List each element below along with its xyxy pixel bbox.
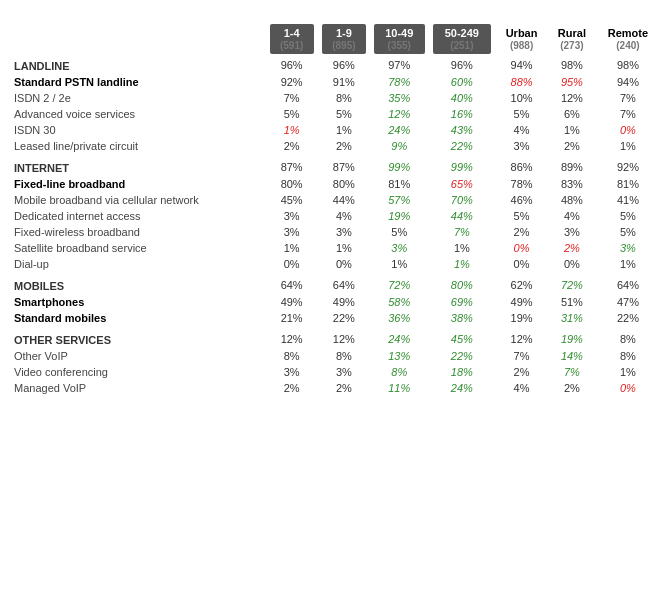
cell-value: 1%: [429, 240, 496, 256]
cell-value: 12%: [495, 330, 548, 348]
table-row: Mobile broadband via cellular network45%…: [10, 192, 660, 208]
cell-value: 7%: [429, 224, 496, 240]
cell-value: 57%: [370, 192, 429, 208]
cell-value: 1%: [429, 256, 496, 272]
cell-value: 99%: [370, 158, 429, 176]
cell-value: 3%: [266, 208, 318, 224]
cell-value: 1%: [596, 138, 660, 154]
row-label: LANDLINE: [10, 56, 266, 74]
cell-value: 40%: [429, 90, 496, 106]
table-row: Standard mobiles21%22%36%38%19%31%22%: [10, 310, 660, 326]
cell-value: 8%: [370, 364, 429, 380]
cell-value: 7%: [266, 90, 318, 106]
cell-value: 4%: [318, 208, 370, 224]
cell-value: 0%: [596, 380, 660, 396]
cell-value: 5%: [596, 208, 660, 224]
col-header-dark-e1_9: 1-9(895): [322, 24, 366, 54]
table-row: Dial-up0%0%1%1%0%0%1%: [10, 256, 660, 272]
cell-value: 19%: [548, 330, 596, 348]
row-label: ISDN 2 / 2e: [10, 90, 266, 106]
cell-value: 3%: [266, 364, 318, 380]
table-row: ISDN 301%1%24%43%4%1%0%: [10, 122, 660, 138]
row-label: Standard mobiles: [10, 310, 266, 326]
cell-value: 5%: [370, 224, 429, 240]
table-row: Advanced voice services5%5%12%16%5%6%7%: [10, 106, 660, 122]
col-header-dark-e10_49: 10-49(355): [374, 24, 425, 54]
cell-value: 96%: [429, 56, 496, 74]
cell-value: 12%: [370, 106, 429, 122]
cell-value: 22%: [318, 310, 370, 326]
cell-value: 3%: [318, 364, 370, 380]
cell-value: 65%: [429, 176, 496, 192]
row-label: OTHER SERVICES: [10, 330, 266, 348]
row-label: INTERNET: [10, 158, 266, 176]
cell-value: 2%: [495, 224, 548, 240]
cell-value: 0%: [495, 240, 548, 256]
cell-value: 8%: [318, 90, 370, 106]
cell-value: 81%: [596, 176, 660, 192]
row-label: ISDN 30: [10, 122, 266, 138]
cell-value: 12%: [548, 90, 596, 106]
cell-value: 0%: [548, 256, 596, 272]
cell-value: 98%: [596, 56, 660, 74]
cell-value: 5%: [266, 106, 318, 122]
row-label: Leased line/private circuit: [10, 138, 266, 154]
cell-value: 46%: [495, 192, 548, 208]
cell-value: 64%: [318, 276, 370, 294]
cell-value: 12%: [318, 330, 370, 348]
cell-value: 91%: [318, 74, 370, 90]
cell-value: 3%: [370, 240, 429, 256]
row-label: Advanced voice services: [10, 106, 266, 122]
cell-value: 98%: [548, 56, 596, 74]
cell-value: 3%: [495, 138, 548, 154]
table-row: Video conferencing3%3%8%18%2%7%1%: [10, 364, 660, 380]
col-header-category: [10, 22, 266, 56]
cell-value: 60%: [429, 74, 496, 90]
cell-value: 47%: [596, 294, 660, 310]
cell-value: 64%: [266, 276, 318, 294]
col-header-label: Remote: [608, 27, 648, 39]
cell-value: 3%: [318, 224, 370, 240]
col-header-remote: Remote(240): [596, 22, 660, 56]
row-label: Dedicated internet access: [10, 208, 266, 224]
cell-value: 5%: [596, 224, 660, 240]
cell-value: 95%: [548, 74, 596, 90]
cell-value: 87%: [318, 158, 370, 176]
table-row: Leased line/private circuit2%2%9%22%3%2%…: [10, 138, 660, 154]
cell-value: 7%: [596, 106, 660, 122]
cell-value: 5%: [495, 106, 548, 122]
cell-value: 24%: [370, 330, 429, 348]
cell-value: 4%: [548, 208, 596, 224]
cell-value: 2%: [548, 240, 596, 256]
cell-value: 3%: [548, 224, 596, 240]
col-header-e50_249: 50-249(251): [429, 22, 496, 56]
cell-value: 22%: [429, 348, 496, 364]
column-header-row: 1-4(591)1-9(895)10-49(355)50-249(251)Urb…: [10, 22, 660, 56]
cell-value: 96%: [266, 56, 318, 74]
cell-value: 72%: [370, 276, 429, 294]
cell-value: 9%: [370, 138, 429, 154]
cell-value: 12%: [266, 330, 318, 348]
table-row: LANDLINE96%96%97%96%94%98%98%: [10, 56, 660, 74]
cell-value: 2%: [266, 138, 318, 154]
col-header-sub: (273): [560, 40, 583, 51]
cell-value: 1%: [596, 256, 660, 272]
row-label: Fixed-wireless broadband: [10, 224, 266, 240]
cell-value: 89%: [548, 158, 596, 176]
cell-value: 58%: [370, 294, 429, 310]
cell-value: 11%: [370, 380, 429, 396]
cell-value: 62%: [495, 276, 548, 294]
col-header-e1_9: 1-9(895): [318, 22, 370, 56]
cell-value: 44%: [429, 208, 496, 224]
cell-value: 3%: [596, 240, 660, 256]
cell-value: 99%: [429, 158, 496, 176]
cell-value: 18%: [429, 364, 496, 380]
cell-value: 45%: [266, 192, 318, 208]
row-label: Managed VoIP: [10, 380, 266, 396]
cell-value: 31%: [548, 310, 596, 326]
cell-value: 8%: [596, 330, 660, 348]
cell-value: 21%: [266, 310, 318, 326]
row-label: Dial-up: [10, 256, 266, 272]
table-row: Fixed-line broadband80%80%81%65%78%83%81…: [10, 176, 660, 192]
cell-value: 7%: [548, 364, 596, 380]
